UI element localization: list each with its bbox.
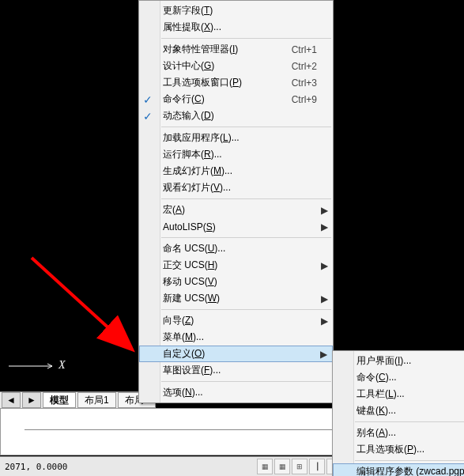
menu-item-label: 新建 UCS(W) bbox=[163, 292, 220, 305]
status-icon[interactable]: ▦ bbox=[257, 459, 273, 474]
menu-item[interactable]: 命名 UCS(U)... bbox=[139, 240, 333, 257]
menu-separator bbox=[161, 381, 331, 382]
shortcut-label: Ctrl+2 bbox=[292, 61, 317, 72]
menu-item[interactable]: 属性提取(X)... bbox=[139, 19, 333, 36]
menu-item[interactable]: 宏(A)▶ bbox=[139, 202, 333, 218]
menu-item[interactable]: ✓命令行(C)Ctrl+9 bbox=[139, 91, 333, 108]
menu-item-label: 对象特性管理器(I) bbox=[163, 43, 238, 56]
submenu-arrow-icon: ▶ bbox=[321, 315, 328, 327]
shortcut-label: Ctrl+9 bbox=[292, 94, 317, 105]
menu-item[interactable]: 移动 UCS(V) bbox=[139, 274, 333, 290]
menu-item-label: 更新字段(T) bbox=[163, 4, 213, 17]
menu-item-label: 宏(A) bbox=[163, 203, 185, 217]
menu-item-label: 运行脚本(R)... bbox=[163, 148, 222, 161]
menu-item[interactable]: 向导(Z)▶ bbox=[139, 312, 333, 329]
menu-item-label: 命令行(C) bbox=[163, 93, 205, 106]
menu-item[interactable]: 正交 UCS(H)▶ bbox=[139, 257, 333, 274]
status-icon[interactable]: ⊞ bbox=[292, 459, 307, 474]
menu-item-label: 用户界面(I)... bbox=[356, 354, 411, 368]
menu-item-label: 正交 UCS(H) bbox=[163, 259, 217, 272]
submenu-arrow-icon: ▶ bbox=[321, 260, 328, 271]
menu-item-label: 动态输入(D) bbox=[163, 109, 214, 123]
menu-item-label: AutoLISP(S) bbox=[163, 221, 216, 232]
menu-item-label: 向导(Z) bbox=[163, 314, 194, 327]
submenu-arrow-icon: ▶ bbox=[321, 205, 328, 216]
menu-separator bbox=[355, 460, 464, 461]
menu-item[interactable]: 工具选项板窗口(P)Ctrl+3 bbox=[139, 74, 333, 91]
menu-item-label: 设计中心(G) bbox=[163, 59, 214, 73]
menu-item[interactable]: 运行脚本(R)... bbox=[139, 146, 333, 163]
submenu-arrow-icon: ▶ bbox=[320, 349, 327, 360]
menu-item[interactable]: 草图设置(F)... bbox=[139, 362, 333, 379]
status-icon[interactable]: ┃ bbox=[309, 459, 325, 474]
submenu-arrow-icon: ▶ bbox=[321, 221, 328, 232]
coordinate-readout: 2071, 0.0000 bbox=[0, 462, 89, 472]
menu-item[interactable]: 新建 UCS(W)▶ bbox=[139, 290, 333, 307]
status-icon[interactable]: ▦ bbox=[274, 459, 290, 474]
menu-separator bbox=[161, 237, 331, 238]
menu-item[interactable]: 设计中心(G)Ctrl+2 bbox=[139, 58, 333, 74]
menu-item-label: 生成幻灯片(M)... bbox=[163, 164, 232, 178]
menu-item[interactable]: 菜单(M)... bbox=[139, 329, 333, 346]
menu-item-label: 工具选项板(P)... bbox=[356, 443, 424, 456]
menu-item-label: 自定义(O) bbox=[163, 347, 205, 361]
shortcut-label: Ctrl+1 bbox=[292, 44, 317, 55]
customize-submenu: 用户界面(I)...命令(C)...工具栏(L)...键盘(K)...别名(A)… bbox=[332, 350, 464, 476]
menu-item-label: 草图设置(F)... bbox=[163, 364, 221, 377]
menu-item-label: 加载应用程序(L)... bbox=[163, 131, 240, 145]
menu-separator bbox=[161, 38, 331, 39]
menu-item[interactable]: 用户界面(I)... bbox=[333, 353, 464, 369]
menu-item-label: 选项(N)... bbox=[163, 386, 203, 399]
menu-item[interactable]: AutoLISP(S)▶ bbox=[139, 218, 333, 235]
menu-separator bbox=[161, 309, 331, 310]
menu-item[interactable]: 生成幻灯片(M)... bbox=[139, 163, 333, 179]
menu-item-label: 命名 UCS(U)... bbox=[163, 242, 225, 255]
menu-item[interactable]: 工具选项板(P)... bbox=[333, 441, 464, 458]
tab-layout1[interactable]: 布局1 bbox=[77, 392, 116, 408]
menu-item[interactable]: 自定义(O)▶ bbox=[139, 346, 333, 362]
menu-item-label: 观看幻灯片(V)... bbox=[163, 181, 231, 195]
menu-item[interactable]: 更新字段(T) bbox=[139, 2, 333, 19]
menu-item-label: 命令(C)... bbox=[356, 371, 397, 384]
menu-item[interactable]: 选项(N)... bbox=[139, 384, 333, 401]
menu-item-label: 工具选项板窗口(P) bbox=[163, 76, 242, 89]
check-icon: ✓ bbox=[143, 110, 153, 123]
menu-item[interactable]: 编辑程序参数 (zwcad.pgp)(P) bbox=[333, 463, 464, 476]
menu-item-label: 工具栏(L)... bbox=[356, 387, 405, 401]
menu-item[interactable]: ✓动态输入(D) bbox=[139, 108, 333, 124]
menu-item-label: 编辑程序参数 (zwcad.pgp)(P) bbox=[356, 465, 464, 476]
tab-next[interactable]: ► bbox=[22, 392, 41, 408]
menu-item-label: 属性提取(X)... bbox=[163, 21, 221, 34]
menu-item-label: 菜单(M)... bbox=[163, 331, 204, 344]
menu-item-label: 别名(A)... bbox=[356, 426, 396, 440]
menu-item[interactable]: 工具栏(L)... bbox=[333, 386, 464, 402]
tab-model[interactable]: 模型 bbox=[43, 392, 76, 408]
menu-item[interactable]: 加载应用程序(L)... bbox=[139, 130, 333, 146]
tools-context-menu: 更新字段(T)属性提取(X)...对象特性管理器(I)Ctrl+1设计中心(G)… bbox=[138, 0, 334, 403]
menu-item[interactable]: 观看幻灯片(V)... bbox=[139, 179, 333, 196]
menu-item[interactable]: 键盘(K)... bbox=[333, 402, 464, 419]
menu-separator bbox=[355, 421, 464, 422]
check-icon: ✓ bbox=[143, 93, 153, 106]
menu-separator bbox=[161, 127, 331, 127]
menu-item[interactable]: 对象特性管理器(I)Ctrl+1 bbox=[139, 41, 333, 58]
layout-tabs: ◄ ► 模型 布局1 布局2 bbox=[0, 391, 156, 408]
menu-item[interactable]: 命令(C)... bbox=[333, 369, 464, 386]
menu-item-label: 移动 UCS(V) bbox=[163, 275, 217, 289]
menu-item[interactable]: 别名(A)... bbox=[333, 425, 464, 441]
tab-prev[interactable]: ◄ bbox=[2, 392, 21, 408]
shortcut-label: Ctrl+3 bbox=[292, 77, 317, 89]
submenu-arrow-icon: ▶ bbox=[321, 293, 328, 304]
menu-separator bbox=[161, 198, 331, 199]
menu-item-label: 键盘(K)... bbox=[356, 404, 396, 417]
